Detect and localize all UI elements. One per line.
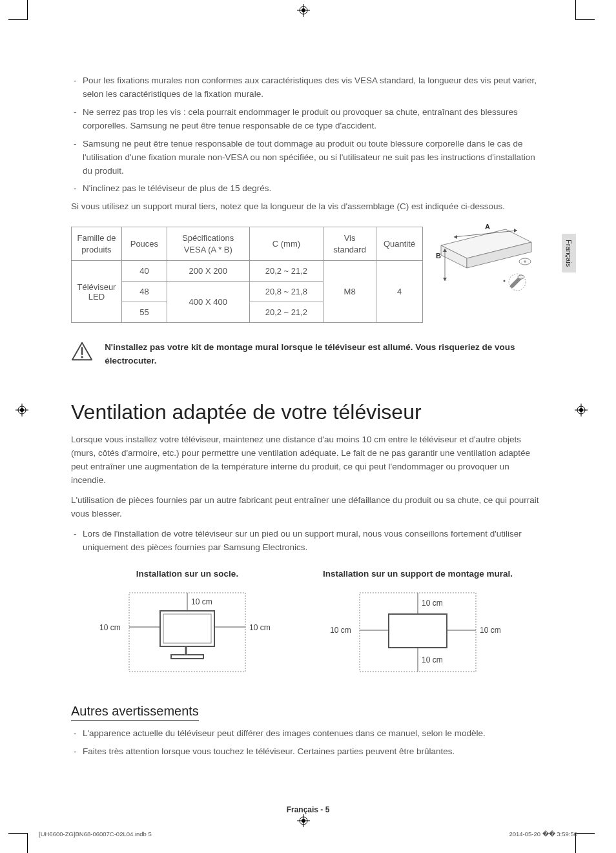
td-inches: 55 (121, 302, 167, 323)
svg-point-30 (504, 280, 506, 282)
distance-label: 10 cm (99, 623, 121, 632)
th-screw: Vis standard (323, 227, 376, 261)
registration-mark-icon (297, 814, 310, 827)
td-inches: 48 (121, 282, 167, 302)
crop-mark (575, 833, 595, 834)
other-warnings-list: L'apparence actuelle du téléviseur peut … (71, 727, 545, 759)
page-footer: Français - 5 (0, 805, 616, 814)
registration-mark-icon (297, 4, 310, 17)
list-item: N'inclinez pas le téléviseur de plus de … (71, 182, 545, 196)
svg-point-33 (81, 356, 83, 358)
distance-label: 10 cm (422, 655, 443, 664)
crop-mark (27, 834, 28, 853)
warning-text: N'installez pas votre kit de montage mur… (105, 341, 545, 368)
td-vesa: 200 X 200 (167, 261, 249, 282)
distance-label: 10 cm (249, 623, 271, 632)
warning-icon (71, 341, 93, 362)
td-c: 20,2 ~ 21,2 (249, 302, 323, 323)
list-item: Samsung ne peut être tenue responsable d… (71, 138, 545, 178)
crop-mark (575, 19, 595, 20)
svg-rect-43 (389, 614, 447, 648)
diagram-label-a: A (485, 223, 490, 231)
td-vesa: 400 X 400 (167, 282, 249, 323)
svg-rect-38 (171, 655, 203, 659)
crop-mark (8, 19, 28, 20)
distance-label: 10 cm (330, 626, 351, 635)
list-item: Ne serrez pas trop les vis : cela pourra… (71, 106, 545, 133)
list-item: L'apparence actuelle du téléviseur peut … (71, 727, 545, 741)
th-family: Famille de produits (72, 227, 122, 261)
td-inches: 40 (121, 261, 167, 282)
svg-point-29 (518, 275, 524, 279)
td-c: 20,8 ~ 21,8 (249, 282, 323, 302)
th-vesa: Spécifications VESA (A * B) (167, 227, 249, 261)
spec-table: Famille de produits Pouces Spécification… (71, 227, 423, 323)
crop-mark (8, 833, 28, 834)
file-footer-left: [UH6600-ZG]BN68-06007C-02L04.indb 5 (39, 830, 152, 838)
registration-mark-icon (575, 404, 588, 416)
svg-rect-36 (163, 614, 211, 643)
th-qty: Quantité (376, 227, 423, 261)
svg-marker-24 (443, 278, 447, 281)
section-title: Ventilation adaptée de votre téléviseur (71, 400, 545, 424)
distance-label: 10 cm (480, 626, 501, 635)
registration-mark-icon (15, 404, 28, 416)
td-c: 20,2 ~ 21,2 (249, 261, 323, 282)
distance-label: 10 cm (191, 597, 212, 606)
list-item: Faites très attention lorsque vous touch… (71, 745, 545, 759)
install-wall-title: Installation sur un support de montage m… (323, 569, 513, 579)
other-warnings-title: Autres avertissements (71, 704, 199, 721)
th-c: C (mm) (249, 227, 323, 261)
body-paragraph: Lorsque vous installez votre téléviseur,… (71, 433, 545, 488)
td-qty: 4 (376, 261, 423, 323)
file-footer: [UH6600-ZG]BN68-06007C-02L04.indb 5 2014… (39, 830, 577, 838)
top-bullets: Pour les fixations murales non conformes… (71, 74, 545, 196)
page-content: Pour les fixations murales non conformes… (0, 0, 616, 801)
installation-diagrams: Installation sur un socle. 10 cm 10 cm 1… (71, 569, 545, 678)
vesa-diagram-icon: A B (435, 223, 538, 300)
file-footer-right: 2014-05-20 �� 3:59:50 (509, 830, 577, 838)
install-stand-title: Installation sur un socle. (97, 569, 278, 579)
list-item: Lors de l'installation de votre télévise… (71, 528, 545, 555)
intro-text: Si vous utilisez un support mural tiers,… (71, 200, 545, 214)
td-family: Téléviseur LED (72, 261, 122, 323)
diagram-label-b: B (436, 252, 441, 260)
install-stand-diagram-icon: 10 cm 10 cm 10 cm (97, 585, 278, 675)
crop-mark (575, 0, 576, 19)
body-paragraph: L'utilisation de pièces fournies par un … (71, 494, 545, 521)
language-tab: Français (562, 234, 576, 272)
svg-marker-20 (454, 235, 457, 239)
ventilation-bullets: Lors de l'installation de votre télévise… (71, 528, 545, 555)
list-item: Pour les fixations murales non conformes… (71, 74, 545, 101)
install-wall-diagram-icon: 10 cm 10 cm 10 cm 10 cm (327, 585, 508, 675)
svg-marker-21 (514, 229, 517, 232)
td-screw: M8 (323, 261, 376, 323)
th-inches: Pouces (121, 227, 167, 261)
distance-label: 10 cm (422, 599, 443, 608)
crop-mark (27, 0, 28, 19)
